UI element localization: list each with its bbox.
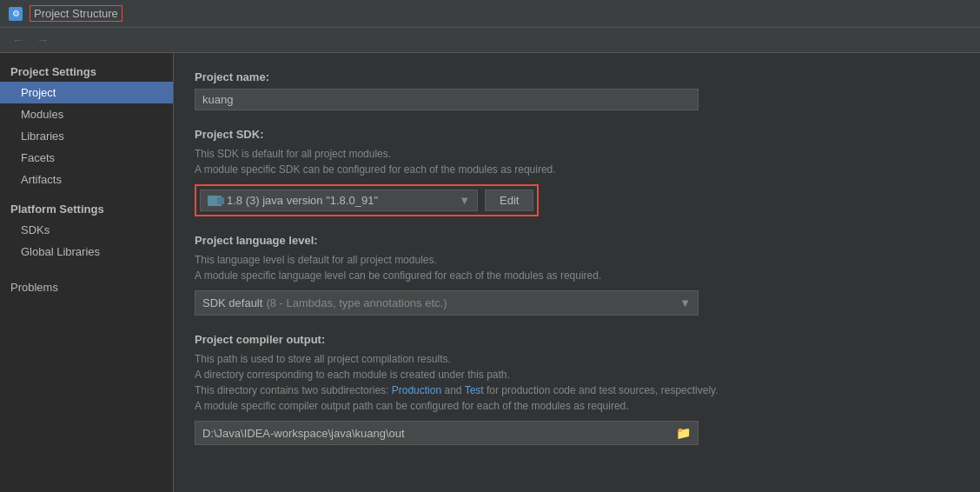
title-bar: ⚙ Project Structure <box>0 0 980 28</box>
sdk-icon <box>208 196 222 206</box>
language-level-dropdown[interactable]: SDK default (8 - Lambdas, type annotatio… <box>195 290 699 316</box>
production-highlight: Production <box>392 384 441 396</box>
project-sdk-desc1: This SDK is default for all project modu… <box>195 146 959 177</box>
sdk-version-text: 1.8 (3) java version "1.8.0_91" <box>227 194 378 207</box>
output-path-text: D:\Java\IDEA-workspace\java\kuang\out <box>202 427 405 440</box>
sidebar-item-global-libraries[interactable]: Global Libraries <box>0 241 173 263</box>
project-language-level-group: Project language level: This language le… <box>195 234 959 316</box>
app-icon: ⚙ <box>9 7 23 21</box>
project-compiler-output-desc: This path is used to store all project c… <box>195 351 959 414</box>
project-name-group: Project name: <box>195 70 959 110</box>
nav-bar: ← → <box>0 28 980 53</box>
title-bar-text: Project Structure <box>30 5 122 22</box>
platform-settings-header: Platform Settings <box>0 197 173 219</box>
sidebar-item-project[interactable]: Project <box>0 82 173 103</box>
project-settings-header: Project Settings <box>0 60 173 82</box>
sidebar-item-problems[interactable]: Problems <box>10 276 162 298</box>
language-dropdown-arrow-icon: ▼ <box>679 296 691 309</box>
project-name-input[interactable] <box>195 89 699 110</box>
project-compiler-output-label: Project compiler output: <box>195 333 959 346</box>
sdk-selector-container: 1.8 (3) java version "1.8.0_91" ▼ Edit <box>195 184 539 216</box>
sidebar-item-artifacts[interactable]: Artifacts <box>0 169 173 190</box>
back-button[interactable]: ← <box>9 31 28 49</box>
project-language-level-label: Project language level: <box>195 234 959 247</box>
test-highlight: Test <box>465 384 484 396</box>
content-area: Project name: Project SDK: This SDK is d… <box>174 53 980 492</box>
browse-folder-icon[interactable]: 📁 <box>676 426 691 440</box>
edit-sdk-button[interactable]: Edit <box>485 189 533 211</box>
sdk-dropdown-arrow-icon: ▼ <box>459 194 470 207</box>
project-language-level-desc: This language level is default for all p… <box>195 252 959 283</box>
project-sdk-label: Project SDK: <box>195 128 959 141</box>
sidebar-item-modules[interactable]: Modules <box>0 103 173 125</box>
project-name-label: Project name: <box>195 70 959 83</box>
sidebar-item-sdks[interactable]: SDKs <box>0 219 173 241</box>
sidebar-item-facets[interactable]: Facets <box>0 147 173 169</box>
sidebar: Project Settings Project Modules Librari… <box>0 53 174 492</box>
output-path-container: D:\Java\IDEA-workspace\java\kuang\out 📁 <box>195 421 699 445</box>
forward-button[interactable]: → <box>33 31 52 49</box>
sidebar-item-libraries[interactable]: Libraries <box>0 125 173 147</box>
main-container: Project Settings Project Modules Librari… <box>0 53 980 492</box>
sdk-dropdown[interactable]: 1.8 (3) java version "1.8.0_91" ▼ <box>200 189 478 211</box>
sdk-hint-text: (8 - Lambdas, type annotations etc.) <box>266 296 447 309</box>
project-sdk-group: Project SDK: This SDK is default for all… <box>195 128 959 216</box>
sdk-default-text: SDK default <box>202 296 262 309</box>
project-compiler-output-group: Project compiler output: This path is us… <box>195 333 959 445</box>
